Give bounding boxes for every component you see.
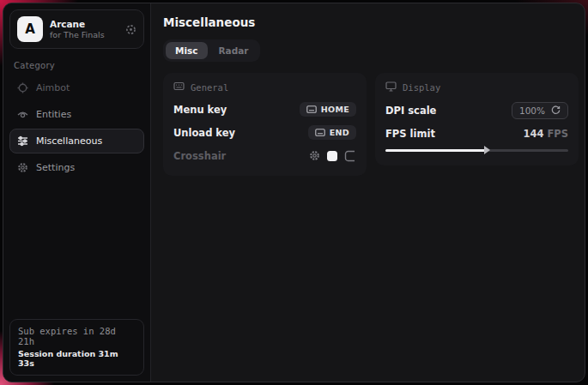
sidebar-spacer: [3, 180, 150, 313]
slider-thumb[interactable]: [484, 146, 490, 154]
sidebar: A Arcane for The Finals Category: [3, 3, 151, 382]
crosshair-label: Crosshair: [173, 150, 226, 162]
keyboard-icon: [173, 81, 185, 93]
unload-key-button[interactable]: END: [308, 125, 356, 140]
fps-number: 144: [523, 128, 543, 140]
page-title: Miscellaneous: [163, 15, 579, 29]
sidebar-item-label: Entities: [36, 109, 71, 120]
sidebar-item-entities[interactable]: Entities: [9, 102, 144, 127]
tab-bar: Misc Radar: [163, 39, 260, 62]
app-logo: A: [17, 16, 43, 42]
menu-key-value: HOME: [321, 105, 349, 114]
dpi-scale-control[interactable]: 100%: [512, 102, 568, 119]
sidebar-item-miscellaneous[interactable]: Miscellaneous: [9, 129, 144, 153]
crosshair-row: Crosshair: [173, 146, 356, 165]
display-card: Display DPI scale 100%: [375, 73, 579, 165]
general-card-header: General: [173, 81, 356, 93]
sidebar-item-label: Settings: [36, 162, 75, 173]
keyboard-icon: [315, 129, 325, 136]
subscription-info-box: Sub expires in 28d 21h Session duration …: [9, 319, 144, 376]
sub-expires-text: Sub expires in 28d 21h: [18, 326, 136, 346]
fps-slider-fill: [385, 149, 486, 152]
cards-row: General Menu key HOME: [163, 73, 579, 176]
menu-key-row: Menu key HOME: [173, 99, 356, 119]
general-card-title: General: [191, 82, 228, 93]
crosshair-icon: [17, 82, 28, 93]
dpi-scale-label: DPI scale: [385, 105, 436, 117]
sidebar-item-label: Aimbot: [36, 82, 70, 93]
dpi-scale-value: 100%: [519, 105, 545, 116]
unload-key-value: END: [330, 128, 349, 137]
crosshair-settings-gear-icon[interactable]: [309, 150, 320, 161]
crosshair-checkbox-icon[interactable]: [344, 150, 356, 162]
gear-icon: [17, 162, 28, 173]
eye-icon: [17, 109, 28, 120]
fps-limit-slider[interactable]: [385, 145, 568, 155]
brand-text: Arcane for The Finals: [50, 19, 118, 40]
dpi-scale-row: DPI scale 100%: [385, 100, 568, 120]
category-label: Category: [14, 61, 140, 70]
unload-key-row: Unload key END: [173, 123, 356, 142]
fps-limit-row: FPS limit 144 FPS: [385, 123, 568, 143]
crosshair-controls: [309, 150, 356, 162]
app-subtitle: for The Finals: [50, 30, 118, 40]
session-duration-text: Session duration 31m 33s: [18, 349, 136, 368]
sidebar-nav: Aimbot Entities: [3, 75, 150, 180]
display-card-header: Display: [385, 81, 568, 93]
keyboard-icon: [306, 105, 317, 113]
sliders-icon: [17, 135, 28, 147]
sidebar-item-settings[interactable]: Settings: [9, 155, 144, 180]
fps-unit: FPS: [547, 128, 568, 140]
app-window: A Arcane for The Finals Category: [3, 3, 585, 382]
scan-icon[interactable]: [125, 24, 136, 35]
sidebar-item-aimbot[interactable]: Aimbot: [9, 75, 144, 100]
fps-limit-value: 144 FPS: [523, 128, 568, 140]
menu-key-button[interactable]: HOME: [300, 102, 356, 117]
menu-key-label: Menu key: [173, 104, 227, 116]
app-name: Arcane: [50, 19, 118, 30]
display-card-title: Display: [403, 82, 440, 93]
tab-radar[interactable]: Radar: [209, 42, 258, 59]
monitor-icon: [385, 81, 397, 93]
general-card: General Menu key HOME: [163, 73, 367, 176]
tab-misc[interactable]: Misc: [166, 42, 208, 59]
main-content: Miscellaneous Misc Radar General: [151, 3, 585, 382]
fps-limit-label: FPS limit: [385, 128, 435, 140]
reset-icon[interactable]: [551, 105, 561, 115]
brand-card: A Arcane for The Finals: [9, 9, 144, 49]
unload-key-label: Unload key: [173, 127, 235, 139]
sidebar-item-label: Miscellaneous: [36, 135, 102, 147]
crosshair-color-swatch[interactable]: [327, 151, 337, 161]
